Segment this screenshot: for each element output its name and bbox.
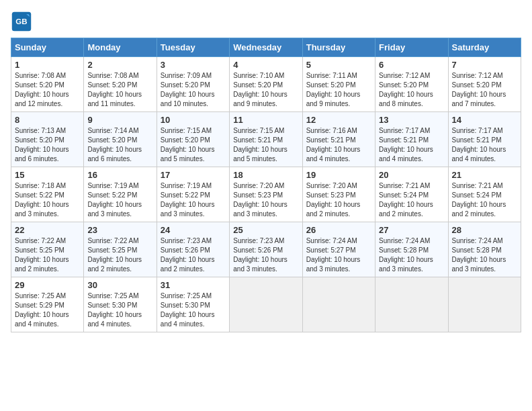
calendar-cell: 20 Sunrise: 7:21 AM Sunset: 5:24 PM Dayl… <box>375 167 448 222</box>
calendar-cell: 2 Sunrise: 7:08 AM Sunset: 5:20 PM Dayli… <box>84 57 157 112</box>
day-info: Sunrise: 7:10 AM Sunset: 5:20 PM Dayligh… <box>233 71 298 109</box>
calendar-cell: 17 Sunrise: 7:19 AM Sunset: 5:22 PM Dayl… <box>157 167 229 222</box>
calendar-cell <box>448 277 521 332</box>
calendar-cell: 23 Sunrise: 7:22 AM Sunset: 5:25 PM Dayl… <box>84 222 157 277</box>
header-tuesday: Tuesday <box>157 38 229 57</box>
day-number: 23 <box>87 225 152 235</box>
day-number: 1 <box>15 60 80 70</box>
logo: GB <box>11 11 35 32</box>
day-info: Sunrise: 7:13 AM Sunset: 5:20 PM Dayligh… <box>15 126 80 164</box>
day-info: Sunrise: 7:08 AM Sunset: 5:20 PM Dayligh… <box>15 71 80 109</box>
day-number: 19 <box>306 170 371 180</box>
day-info: Sunrise: 7:08 AM Sunset: 5:20 PM Dayligh… <box>87 71 152 109</box>
day-info: Sunrise: 7:19 AM Sunset: 5:22 PM Dayligh… <box>161 181 226 219</box>
logo-icon: GB <box>11 11 32 32</box>
calendar-cell: 9 Sunrise: 7:14 AM Sunset: 5:20 PM Dayli… <box>84 112 157 167</box>
calendar-cell: 24 Sunrise: 7:23 AM Sunset: 5:26 PM Dayl… <box>157 222 229 277</box>
calendar-cell: 13 Sunrise: 7:17 AM Sunset: 5:21 PM Dayl… <box>375 112 448 167</box>
page-header: GB <box>11 11 521 32</box>
calendar-cell: 3 Sunrise: 7:09 AM Sunset: 5:20 PM Dayli… <box>157 57 229 112</box>
day-number: 2 <box>87 60 152 70</box>
day-number: 12 <box>306 115 371 125</box>
calendar-cell: 12 Sunrise: 7:16 AM Sunset: 5:21 PM Dayl… <box>302 112 375 167</box>
calendar-cell: 31 Sunrise: 7:25 AM Sunset: 5:30 PM Dayl… <box>157 277 229 332</box>
calendar-cell: 6 Sunrise: 7:12 AM Sunset: 5:20 PM Dayli… <box>375 57 448 112</box>
header-monday: Monday <box>84 38 157 57</box>
calendar-cell: 11 Sunrise: 7:15 AM Sunset: 5:21 PM Dayl… <box>230 112 302 167</box>
day-number: 7 <box>452 60 517 70</box>
day-info: Sunrise: 7:22 AM Sunset: 5:25 PM Dayligh… <box>87 236 152 274</box>
calendar-cell: 26 Sunrise: 7:24 AM Sunset: 5:27 PM Dayl… <box>302 222 375 277</box>
day-info: Sunrise: 7:12 AM Sunset: 5:20 PM Dayligh… <box>379 71 444 109</box>
day-info: Sunrise: 7:22 AM Sunset: 5:25 PM Dayligh… <box>15 236 80 274</box>
calendar-cell: 16 Sunrise: 7:19 AM Sunset: 5:22 PM Dayl… <box>84 167 157 222</box>
calendar-week-row: 8 Sunrise: 7:13 AM Sunset: 5:20 PM Dayli… <box>11 112 521 167</box>
day-number: 16 <box>87 170 152 180</box>
day-info: Sunrise: 7:09 AM Sunset: 5:20 PM Dayligh… <box>161 71 226 109</box>
header-thursday: Thursday <box>302 38 375 57</box>
day-info: Sunrise: 7:24 AM Sunset: 5:28 PM Dayligh… <box>379 236 444 274</box>
calendar-cell: 8 Sunrise: 7:13 AM Sunset: 5:20 PM Dayli… <box>11 112 84 167</box>
calendar-cell: 5 Sunrise: 7:11 AM Sunset: 5:20 PM Dayli… <box>302 57 375 112</box>
day-number: 31 <box>161 280 226 290</box>
day-number: 14 <box>452 115 517 125</box>
day-info: Sunrise: 7:15 AM Sunset: 5:21 PM Dayligh… <box>233 126 298 164</box>
day-info: Sunrise: 7:17 AM Sunset: 5:21 PM Dayligh… <box>452 126 517 164</box>
day-number: 8 <box>15 115 80 125</box>
calendar-cell: 22 Sunrise: 7:22 AM Sunset: 5:25 PM Dayl… <box>11 222 84 277</box>
calendar-week-row: 29 Sunrise: 7:25 AM Sunset: 5:29 PM Dayl… <box>11 277 521 332</box>
calendar-cell: 19 Sunrise: 7:20 AM Sunset: 5:23 PM Dayl… <box>302 167 375 222</box>
day-info: Sunrise: 7:16 AM Sunset: 5:21 PM Dayligh… <box>306 126 371 164</box>
day-info: Sunrise: 7:12 AM Sunset: 5:20 PM Dayligh… <box>452 71 517 109</box>
calendar-week-row: 22 Sunrise: 7:22 AM Sunset: 5:25 PM Dayl… <box>11 222 521 277</box>
day-number: 27 <box>379 225 444 235</box>
calendar-cell: 18 Sunrise: 7:20 AM Sunset: 5:23 PM Dayl… <box>230 167 302 222</box>
calendar-cell: 15 Sunrise: 7:18 AM Sunset: 5:22 PM Dayl… <box>11 167 84 222</box>
day-info: Sunrise: 7:17 AM Sunset: 5:21 PM Dayligh… <box>379 126 444 164</box>
day-number: 17 <box>161 170 226 180</box>
day-number: 20 <box>379 170 444 180</box>
day-number: 18 <box>233 170 298 180</box>
calendar-cell <box>375 277 448 332</box>
calendar-cell: 14 Sunrise: 7:17 AM Sunset: 5:21 PM Dayl… <box>448 112 521 167</box>
calendar-week-row: 15 Sunrise: 7:18 AM Sunset: 5:22 PM Dayl… <box>11 167 521 222</box>
day-info: Sunrise: 7:21 AM Sunset: 5:24 PM Dayligh… <box>379 181 444 219</box>
day-info: Sunrise: 7:24 AM Sunset: 5:27 PM Dayligh… <box>306 236 371 274</box>
day-number: 9 <box>87 115 152 125</box>
day-number: 29 <box>15 280 80 290</box>
day-info: Sunrise: 7:20 AM Sunset: 5:23 PM Dayligh… <box>306 181 371 219</box>
day-number: 10 <box>161 115 226 125</box>
calendar-header-row: SundayMondayTuesdayWednesdayThursdayFrid… <box>11 38 521 57</box>
calendar-cell: 29 Sunrise: 7:25 AM Sunset: 5:29 PM Dayl… <box>11 277 84 332</box>
day-info: Sunrise: 7:14 AM Sunset: 5:20 PM Dayligh… <box>87 126 152 164</box>
svg-text:GB: GB <box>15 17 27 26</box>
calendar-cell: 7 Sunrise: 7:12 AM Sunset: 5:20 PM Dayli… <box>448 57 521 112</box>
day-info: Sunrise: 7:20 AM Sunset: 5:23 PM Dayligh… <box>233 181 298 219</box>
calendar-cell: 28 Sunrise: 7:24 AM Sunset: 5:28 PM Dayl… <box>448 222 521 277</box>
calendar-cell: 27 Sunrise: 7:24 AM Sunset: 5:28 PM Dayl… <box>375 222 448 277</box>
day-info: Sunrise: 7:23 AM Sunset: 5:26 PM Dayligh… <box>161 236 226 274</box>
day-number: 28 <box>452 225 517 235</box>
calendar-week-row: 1 Sunrise: 7:08 AM Sunset: 5:20 PM Dayli… <box>11 57 521 112</box>
day-number: 3 <box>161 60 226 70</box>
header-saturday: Saturday <box>448 38 521 57</box>
day-number: 4 <box>233 60 298 70</box>
calendar-table: SundayMondayTuesdayWednesdayThursdayFrid… <box>11 38 521 332</box>
calendar-cell: 21 Sunrise: 7:21 AM Sunset: 5:24 PM Dayl… <box>448 167 521 222</box>
day-number: 21 <box>452 170 517 180</box>
calendar-cell <box>302 277 375 332</box>
day-info: Sunrise: 7:25 AM Sunset: 5:30 PM Dayligh… <box>161 291 226 329</box>
calendar-cell <box>230 277 302 332</box>
day-number: 22 <box>15 225 80 235</box>
day-info: Sunrise: 7:23 AM Sunset: 5:26 PM Dayligh… <box>233 236 298 274</box>
header-sunday: Sunday <box>11 38 84 57</box>
day-info: Sunrise: 7:15 AM Sunset: 5:20 PM Dayligh… <box>161 126 226 164</box>
calendar-cell: 25 Sunrise: 7:23 AM Sunset: 5:26 PM Dayl… <box>230 222 302 277</box>
day-info: Sunrise: 7:18 AM Sunset: 5:22 PM Dayligh… <box>15 181 80 219</box>
day-info: Sunrise: 7:25 AM Sunset: 5:29 PM Dayligh… <box>15 291 80 329</box>
day-number: 15 <box>15 170 80 180</box>
calendar-cell: 4 Sunrise: 7:10 AM Sunset: 5:20 PM Dayli… <box>230 57 302 112</box>
day-info: Sunrise: 7:24 AM Sunset: 5:28 PM Dayligh… <box>452 236 517 274</box>
header-friday: Friday <box>375 38 448 57</box>
day-info: Sunrise: 7:11 AM Sunset: 5:20 PM Dayligh… <box>306 71 371 109</box>
